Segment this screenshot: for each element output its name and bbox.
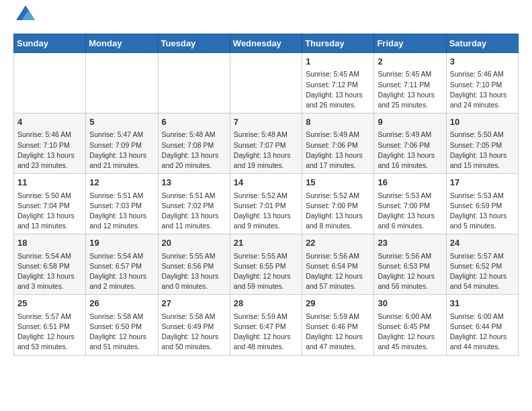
calendar-cell: 7Sunrise: 5:48 AMSunset: 7:07 PMDaylight…	[230, 113, 302, 174]
day-number: 9	[378, 116, 442, 128]
day-number: 2	[378, 56, 442, 68]
calendar-cell: 28Sunrise: 5:59 AMSunset: 6:47 PMDayligh…	[230, 295, 302, 355]
cell-info: Sunrise: 5:57 AMSunset: 6:51 PMDaylight:…	[17, 312, 82, 353]
cell-info: Sunrise: 5:46 AMSunset: 7:10 PMDaylight:…	[450, 69, 515, 110]
day-number: 29	[306, 298, 370, 310]
calendar-header-row: SundayMondayTuesdayWednesdayThursdayFrid…	[14, 34, 519, 53]
day-number: 7	[234, 116, 298, 128]
calendar-cell: 1Sunrise: 5:45 AMSunset: 7:12 PMDaylight…	[302, 53, 374, 113]
day-number: 13	[162, 177, 226, 189]
calendar-week-4: 18Sunrise: 5:54 AMSunset: 6:58 PMDayligh…	[14, 234, 519, 295]
calendar-header-wednesday: Wednesday	[230, 34, 302, 53]
calendar-cell: 6Sunrise: 5:48 AMSunset: 7:08 PMDaylight…	[158, 113, 230, 174]
cell-info: Sunrise: 5:58 AMSunset: 6:49 PMDaylight:…	[162, 312, 226, 353]
day-number: 24	[450, 237, 515, 249]
logo	[13, 11, 35, 27]
calendar-cell: 21Sunrise: 5:55 AMSunset: 6:55 PMDayligh…	[230, 234, 302, 295]
cell-info: Sunrise: 5:58 AMSunset: 6:50 PMDaylight:…	[89, 312, 154, 353]
cell-info: Sunrise: 5:46 AMSunset: 7:10 PMDaylight:…	[17, 130, 82, 171]
day-number: 16	[378, 177, 442, 189]
day-number: 20	[162, 237, 226, 249]
calendar-cell: 26Sunrise: 5:58 AMSunset: 6:50 PMDayligh…	[86, 295, 158, 355]
day-number: 28	[234, 298, 298, 310]
day-number: 3	[450, 56, 515, 68]
cell-info: Sunrise: 5:45 AMSunset: 7:12 PMDaylight:…	[306, 69, 370, 110]
cell-info: Sunrise: 6:00 AMSunset: 6:44 PMDaylight:…	[450, 312, 515, 353]
calendar-cell: 4Sunrise: 5:46 AMSunset: 7:10 PMDaylight…	[14, 113, 86, 174]
cell-info: Sunrise: 5:49 AMSunset: 7:06 PMDaylight:…	[306, 130, 370, 171]
day-number: 17	[450, 177, 515, 189]
cell-info: Sunrise: 5:52 AMSunset: 7:00 PMDaylight:…	[306, 191, 370, 232]
calendar-cell: 9Sunrise: 5:49 AMSunset: 7:06 PMDaylight…	[374, 113, 446, 174]
cell-info: Sunrise: 5:55 AMSunset: 6:56 PMDaylight:…	[162, 251, 226, 292]
calendar-header-sunday: Sunday	[14, 34, 86, 53]
day-number: 31	[450, 298, 515, 310]
calendar-cell: 10Sunrise: 5:50 AMSunset: 7:05 PMDayligh…	[446, 113, 518, 174]
calendar-cell: 31Sunrise: 6:00 AMSunset: 6:44 PMDayligh…	[446, 295, 518, 355]
calendar-cell	[158, 53, 230, 113]
calendar-cell: 16Sunrise: 5:53 AMSunset: 7:00 PMDayligh…	[374, 174, 446, 234]
calendar-cell: 27Sunrise: 5:58 AMSunset: 6:49 PMDayligh…	[158, 295, 230, 355]
calendar-cell: 25Sunrise: 5:57 AMSunset: 6:51 PMDayligh…	[14, 295, 86, 355]
cell-info: Sunrise: 5:50 AMSunset: 7:04 PMDaylight:…	[17, 191, 82, 232]
day-number: 6	[162, 116, 226, 128]
cell-info: Sunrise: 6:00 AMSunset: 6:45 PMDaylight:…	[378, 312, 442, 353]
cell-info: Sunrise: 5:54 AMSunset: 6:57 PMDaylight:…	[89, 251, 154, 292]
calendar-week-3: 11Sunrise: 5:50 AMSunset: 7:04 PMDayligh…	[14, 174, 519, 234]
calendar-cell: 17Sunrise: 5:53 AMSunset: 6:59 PMDayligh…	[446, 174, 518, 234]
cell-info: Sunrise: 5:52 AMSunset: 7:01 PMDaylight:…	[234, 191, 298, 232]
cell-info: Sunrise: 5:45 AMSunset: 7:11 PMDaylight:…	[378, 69, 442, 110]
calendar-cell: 20Sunrise: 5:55 AMSunset: 6:56 PMDayligh…	[158, 234, 230, 295]
day-number: 25	[17, 298, 82, 310]
calendar-cell	[14, 53, 86, 113]
cell-info: Sunrise: 5:56 AMSunset: 6:53 PMDaylight:…	[378, 251, 442, 292]
calendar-cell: 3Sunrise: 5:46 AMSunset: 7:10 PMDaylight…	[446, 53, 518, 113]
day-number: 14	[234, 177, 298, 189]
calendar-cell: 12Sunrise: 5:51 AMSunset: 7:03 PMDayligh…	[86, 174, 158, 234]
cell-info: Sunrise: 5:48 AMSunset: 7:07 PMDaylight:…	[234, 130, 298, 171]
cell-info: Sunrise: 5:48 AMSunset: 7:08 PMDaylight:…	[162, 130, 226, 171]
cell-info: Sunrise: 5:51 AMSunset: 7:02 PMDaylight:…	[162, 191, 226, 232]
day-number: 10	[450, 116, 515, 128]
calendar-cell: 13Sunrise: 5:51 AMSunset: 7:02 PMDayligh…	[158, 174, 230, 234]
day-number: 22	[306, 237, 370, 249]
logo-icon	[16, 5, 35, 20]
cell-info: Sunrise: 5:53 AMSunset: 6:59 PMDaylight:…	[450, 191, 515, 232]
cell-info: Sunrise: 5:50 AMSunset: 7:05 PMDaylight:…	[450, 130, 515, 171]
calendar-cell: 30Sunrise: 6:00 AMSunset: 6:45 PMDayligh…	[374, 295, 446, 355]
calendar-cell: 11Sunrise: 5:50 AMSunset: 7:04 PMDayligh…	[14, 174, 86, 234]
day-number: 1	[306, 56, 370, 68]
calendar-cell: 29Sunrise: 5:59 AMSunset: 6:46 PMDayligh…	[302, 295, 374, 355]
calendar-week-2: 4Sunrise: 5:46 AMSunset: 7:10 PMDaylight…	[14, 113, 519, 174]
cell-info: Sunrise: 5:59 AMSunset: 6:46 PMDaylight:…	[306, 312, 370, 353]
day-number: 12	[89, 177, 154, 189]
cell-info: Sunrise: 5:59 AMSunset: 6:47 PMDaylight:…	[234, 312, 298, 353]
calendar-cell: 5Sunrise: 5:47 AMSunset: 7:09 PMDaylight…	[86, 113, 158, 174]
calendar-header-thursday: Thursday	[302, 34, 374, 53]
day-number: 5	[89, 116, 154, 128]
day-number: 8	[306, 116, 370, 128]
day-number: 15	[306, 177, 370, 189]
calendar-header-saturday: Saturday	[446, 34, 518, 53]
calendar-header-friday: Friday	[374, 34, 446, 53]
day-number: 26	[89, 298, 154, 310]
calendar-cell: 15Sunrise: 5:52 AMSunset: 7:00 PMDayligh…	[302, 174, 374, 234]
day-number: 19	[89, 237, 154, 249]
day-number: 30	[378, 298, 442, 310]
day-number: 23	[378, 237, 442, 249]
day-number: 27	[162, 298, 226, 310]
cell-info: Sunrise: 5:55 AMSunset: 6:55 PMDaylight:…	[234, 251, 298, 292]
calendar-header-monday: Monday	[86, 34, 158, 53]
calendar-header-tuesday: Tuesday	[158, 34, 230, 53]
page-header	[13, 11, 519, 27]
day-number: 11	[17, 177, 82, 189]
calendar-week-5: 25Sunrise: 5:57 AMSunset: 6:51 PMDayligh…	[14, 295, 519, 355]
cell-info: Sunrise: 5:54 AMSunset: 6:58 PMDaylight:…	[17, 251, 82, 292]
day-number: 18	[17, 237, 82, 249]
calendar-cell: 23Sunrise: 5:56 AMSunset: 6:53 PMDayligh…	[374, 234, 446, 295]
cell-info: Sunrise: 5:49 AMSunset: 7:06 PMDaylight:…	[378, 130, 442, 171]
cell-info: Sunrise: 5:57 AMSunset: 6:52 PMDaylight:…	[450, 251, 515, 292]
cell-info: Sunrise: 5:56 AMSunset: 6:54 PMDaylight:…	[306, 251, 370, 292]
calendar-cell	[230, 53, 302, 113]
cell-info: Sunrise: 5:53 AMSunset: 7:00 PMDaylight:…	[378, 191, 442, 232]
